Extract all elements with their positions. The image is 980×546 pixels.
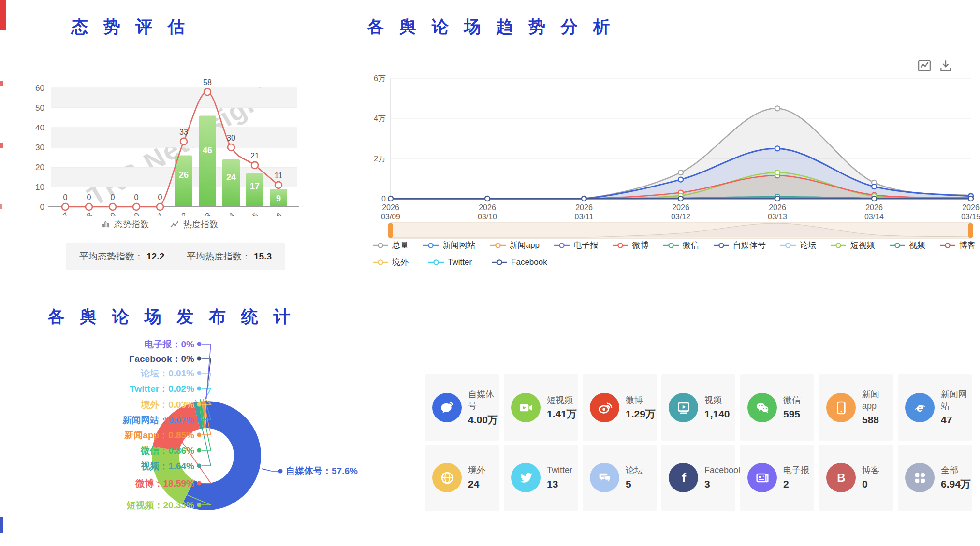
legend-item-视频[interactable]: 视频 bbox=[889, 240, 925, 251]
pie-slice-微博 bbox=[153, 402, 200, 451]
legend-item-微博[interactable]: 微博 bbox=[612, 240, 648, 251]
svg-text:24: 24 bbox=[226, 172, 236, 182]
svg-text:B: B bbox=[837, 471, 845, 484]
legend-marker-icon bbox=[889, 242, 906, 249]
svg-text:2026: 2026 bbox=[382, 203, 399, 212]
svg-text:20: 20 bbox=[35, 163, 44, 172]
legend-item-微信[interactable]: 微信 bbox=[663, 240, 699, 251]
pie-label-电子报: 电子报：0% bbox=[145, 339, 195, 349]
stat-card-value: 4.00万 bbox=[468, 413, 499, 427]
stat-card-label: Twitter bbox=[547, 464, 572, 476]
legend-item-heat-index[interactable]: 热度指数 bbox=[170, 218, 218, 230]
legend-item-短视频[interactable]: 短视频 bbox=[830, 240, 875, 251]
weibo-icon bbox=[590, 393, 619, 422]
trend-point bbox=[678, 170, 683, 175]
trend-point bbox=[872, 184, 877, 189]
media-account-icon bbox=[432, 393, 462, 422]
legend-item-电子报[interactable]: 电子报 bbox=[554, 240, 598, 251]
edge-artifact-red-mark bbox=[0, 204, 2, 209]
blog-icon: B bbox=[826, 463, 856, 492]
svg-text:11: 11 bbox=[275, 172, 283, 180]
stat-card-label: 境外 bbox=[468, 464, 485, 476]
video-icon bbox=[669, 393, 698, 422]
svg-text:03/07: 03/07 bbox=[50, 211, 70, 216]
legend-item-总量[interactable]: 总量 bbox=[372, 240, 409, 251]
legend-label: 新闻app bbox=[510, 240, 540, 251]
legend-marker-icon bbox=[663, 242, 679, 249]
datazoom-handle-right[interactable] bbox=[968, 223, 973, 238]
legend-item-situation-index[interactable]: 态势指数 bbox=[101, 218, 149, 230]
edge-artifact-red-mark bbox=[0, 143, 3, 148]
legend-item-Facebook[interactable]: Facebook bbox=[491, 258, 547, 267]
stat-card-value: 13 bbox=[547, 477, 572, 491]
svg-text:03/10: 03/10 bbox=[121, 211, 141, 216]
stat-card-value: 47 bbox=[941, 413, 972, 427]
stat-card-新闻网站: e新闻网站47 bbox=[898, 374, 972, 441]
situation-panel-title: 态 势 评 估 bbox=[15, 15, 247, 38]
svg-text:6万: 6万 bbox=[374, 74, 386, 83]
svg-text:2026: 2026 bbox=[479, 203, 496, 212]
legend-label: 新闻网站 bbox=[442, 240, 475, 251]
legend-item-新闻app[interactable]: 新闻app bbox=[490, 240, 540, 251]
legend-item-Twitter[interactable]: Twitter bbox=[428, 258, 472, 267]
stat-card-新闻app: 新闻app588 bbox=[819, 374, 893, 441]
svg-text:03/10: 03/10 bbox=[478, 213, 497, 221]
average-index-strip: 平均态势指数：12.2 平均热度指数：15.3 bbox=[66, 243, 285, 270]
stat-card-label: 短视频 bbox=[547, 394, 577, 406]
stat-card-label: 新闻网站 bbox=[941, 388, 972, 412]
line-point bbox=[133, 203, 140, 210]
legend-item-新闻网站[interactable]: 新闻网站 bbox=[423, 240, 475, 251]
legend-marker-icon bbox=[830, 242, 847, 249]
svg-text:0: 0 bbox=[87, 193, 91, 201]
legend-label: 态势指数 bbox=[114, 218, 149, 230]
svg-text:2026: 2026 bbox=[672, 203, 689, 212]
svg-text:21: 21 bbox=[250, 152, 259, 160]
facebook-icon: f bbox=[669, 463, 698, 492]
trend-chart: 02万4万6万202603/09202603/10202603/11202603… bbox=[363, 53, 980, 239]
trend-legend-row2: 境外TwitterFacebook bbox=[372, 257, 976, 268]
legend-label: 境外 bbox=[392, 257, 409, 268]
stat-card-label: 论坛 bbox=[626, 464, 643, 476]
stat-card-value: 1.29万 bbox=[626, 407, 656, 421]
bar-03/14 bbox=[222, 159, 240, 207]
wechat-icon bbox=[747, 393, 777, 422]
forum-icon bbox=[590, 463, 619, 492]
avg-situation-index: 平均态势指数：12.2 bbox=[79, 250, 164, 263]
trend-point bbox=[775, 106, 780, 111]
svg-text:26: 26 bbox=[179, 170, 189, 180]
stat-card-Facebook: fFacebook3 bbox=[661, 445, 735, 511]
stat-card-value: 588 bbox=[862, 413, 893, 427]
svg-text:03/16: 03/16 bbox=[263, 211, 283, 216]
short-video-icon bbox=[511, 393, 541, 422]
stat-card-博客: B博客0 bbox=[819, 445, 893, 511]
legend-marker-icon bbox=[554, 242, 570, 249]
svg-text:46: 46 bbox=[203, 145, 212, 155]
trend-point bbox=[582, 196, 586, 201]
globe-icon bbox=[432, 463, 462, 492]
stat-card-label: 全部 bbox=[941, 464, 971, 476]
twitter-icon bbox=[511, 463, 541, 492]
trend-point bbox=[485, 196, 490, 201]
legend-marker-icon bbox=[612, 242, 629, 249]
svg-text:0: 0 bbox=[40, 202, 44, 212]
legend-item-境外[interactable]: 境外 bbox=[372, 257, 409, 268]
situation-chart: 010203040506026462417900000335830211103/… bbox=[15, 46, 305, 216]
trend-point bbox=[775, 196, 780, 201]
source-stat-cards: 自媒体号4.00万短视频1.41万微博1.29万视频1,140微信595新闻ap… bbox=[425, 374, 972, 511]
stat-card-微信: 微信595 bbox=[740, 374, 814, 441]
legend-item-博客[interactable]: 博客 bbox=[939, 240, 976, 251]
legend-item-论坛[interactable]: 论坛 bbox=[780, 240, 816, 251]
stat-card-电子报: 电子报2 bbox=[740, 445, 814, 511]
svg-text:03/14: 03/14 bbox=[864, 213, 884, 221]
datazoom-handle-left[interactable] bbox=[388, 223, 393, 238]
legend-item-自媒体号[interactable]: 自媒体号 bbox=[713, 240, 766, 251]
legend-label: Facebook bbox=[511, 258, 547, 267]
pie-label-Twitter: Twitter：0.02% bbox=[130, 384, 194, 394]
svg-text:03/12: 03/12 bbox=[168, 211, 189, 216]
line-point bbox=[228, 144, 234, 151]
pie-label-微信: 微信：0.86% bbox=[140, 445, 194, 456]
svg-text:0: 0 bbox=[63, 193, 68, 201]
svg-text:30: 30 bbox=[227, 134, 235, 142]
svg-text:50: 50 bbox=[35, 103, 44, 113]
svg-text:2026: 2026 bbox=[962, 203, 980, 212]
